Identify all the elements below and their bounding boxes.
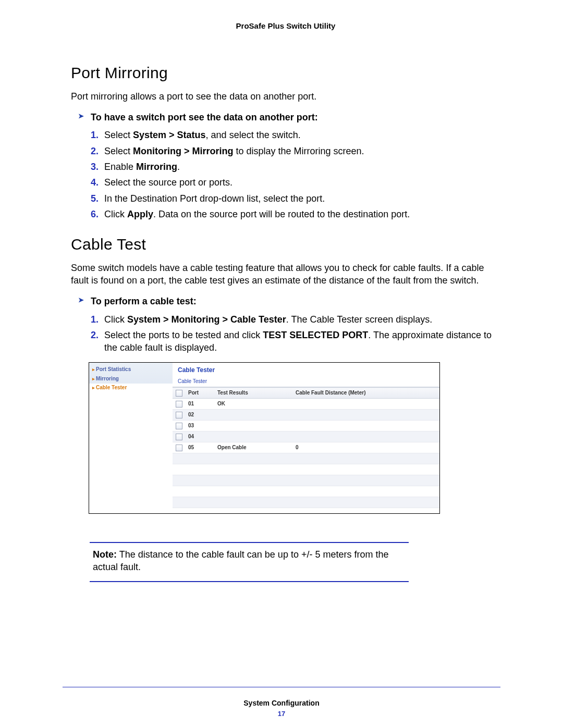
col-distance: Cable Fault Distance (Meter)	[292, 388, 439, 399]
footer-page-number: 17	[0, 709, 563, 719]
table-row	[173, 486, 439, 497]
note-box: Note: The distance to the cable fault ca…	[90, 542, 409, 582]
col-results: Test Results	[214, 388, 292, 399]
checkbox-icon	[176, 412, 182, 418]
table-row: 02	[173, 410, 439, 421]
table-row: 03	[173, 421, 439, 431]
footer-section: System Configuration	[0, 698, 563, 708]
table-row	[173, 464, 439, 475]
checkbox-icon	[176, 423, 182, 429]
footer-rule	[63, 687, 500, 687]
panel-title: Cable Tester	[173, 364, 439, 376]
document-header: ProSafe Plus Switch Utility	[71, 21, 500, 31]
sidenav-item: ▸Mirroring	[89, 374, 173, 384]
table-body: 01OK02030405Open Cable0	[173, 399, 439, 508]
checkbox-icon	[176, 434, 182, 440]
screenshot-sidenav: ▸Port Statistics ▸Mirroring ▸Cable Teste…	[89, 363, 173, 513]
heading-cable-test: Cable Test	[71, 234, 500, 255]
cable-tester-screenshot: ▸Port Statistics ▸Mirroring ▸Cable Teste…	[89, 362, 440, 514]
sidenav-item: ▸Port Statistics	[89, 365, 173, 374]
table-row: 04	[173, 431, 439, 442]
steps-cable-test: Click System > Monitoring > Cable Tester…	[91, 313, 500, 354]
table-row	[173, 453, 439, 464]
checkbox-icon	[176, 445, 182, 451]
table-row: 05Open Cable0	[173, 442, 439, 453]
heading-port-mirroring: Port Mirroring	[71, 63, 500, 84]
col-port: Port	[185, 388, 214, 399]
intro-port-mirroring: Port mirroring allows a port to see the …	[71, 90, 500, 103]
cable-tester-table: Port Test Results Cable Fault Distance (…	[173, 387, 439, 508]
task-heading-mirroring: To have a switch port see the data on an…	[78, 111, 500, 124]
table-row	[173, 497, 439, 508]
sidenav-item-active: ▸Cable Tester	[89, 383, 173, 392]
step: Click System > Monitoring > Cable Tester…	[91, 313, 500, 326]
intro-cable-test: Some switch models have a cable testing …	[71, 262, 500, 287]
col-checkbox	[173, 388, 185, 399]
checkbox-icon	[176, 401, 182, 408]
table-row: 01OK	[173, 399, 439, 410]
steps-port-mirroring: Select System > Status, and select the s…	[91, 129, 500, 220]
note-label: Note:	[93, 549, 117, 560]
panel-subtitle: Cable Tester	[173, 377, 439, 388]
note-text: The distance to the cable fault can be u…	[93, 549, 388, 572]
step: Click Apply. Data on the source port wil…	[91, 208, 500, 220]
step: Enable Mirroring.	[91, 161, 500, 173]
step: Select the ports to be tested and click …	[91, 329, 500, 354]
table-row	[173, 475, 439, 486]
step: Select System > Status, and select the s…	[91, 129, 500, 141]
step: In the Destination Port drop-down list, …	[91, 192, 500, 205]
step: Select Monitoring > Mirroring to display…	[91, 145, 500, 157]
screenshot-main: Cable Tester Cable Tester Port Test Resu…	[173, 363, 439, 513]
task-heading-cable-test: To perform a cable test:	[78, 295, 500, 307]
step: Select the source port or ports.	[91, 176, 500, 189]
document-page: ProSafe Plus Switch Utility Port Mirrori…	[0, 0, 563, 728]
checkbox-icon	[176, 390, 182, 397]
